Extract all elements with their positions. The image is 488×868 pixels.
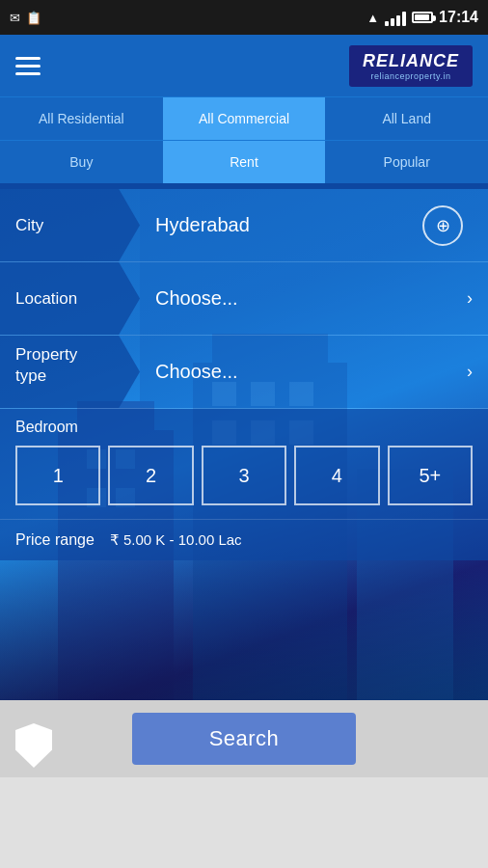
menu-button[interactable] [15, 57, 41, 75]
tab-all-residential[interactable]: All Residential [0, 97, 163, 140]
city-value[interactable]: Hyderabad [140, 189, 407, 261]
status-bar: ✉ 📋 ▲ 17:14 [0, 0, 488, 35]
bedroom-btn-3[interactable]: 3 [202, 446, 286, 505]
bedroom-buttons: 1 2 3 4 5+ [15, 446, 473, 505]
action-tabs: Buy Rent Popular [0, 140, 488, 183]
location-arrow[interactable]: › [451, 262, 488, 335]
tab-all-land[interactable]: All Land [325, 97, 488, 140]
tab-popular[interactable]: Popular [325, 141, 488, 183]
bedroom-label: Bedroom [15, 419, 473, 436]
location-filter-row: Location Choose... › [0, 262, 488, 336]
property-type-value[interactable]: Choose... [140, 336, 451, 408]
search-button[interactable]: Search [132, 713, 357, 765]
price-range-label: Price range [15, 531, 95, 549]
logo-sub: relianceproperty.in [363, 71, 459, 81]
status-icons-right: ▲ 17:14 [366, 9, 478, 26]
city-label: City [0, 189, 140, 261]
tab-rent[interactable]: Rent [163, 141, 326, 183]
logo: reLIANce relianceproperty.in [349, 45, 473, 87]
tab-all-commercial[interactable]: All Commercial [163, 97, 326, 140]
gps-icon[interactable]: ⊕ [422, 205, 463, 246]
shield-icon [15, 723, 52, 768]
main-content: City Hyderabad ⊕ Location Choose... › Pr… [0, 189, 488, 700]
bottom-bar: Search [0, 700, 488, 777]
signal-icon [385, 9, 406, 26]
filter-section: City Hyderabad ⊕ Location Choose... › Pr… [0, 189, 488, 560]
property-type-label: Property type [0, 336, 140, 408]
notification-icon: 📋 [26, 11, 41, 25]
bedroom-btn-2[interactable]: 2 [108, 446, 193, 505]
bedroom-btn-1[interactable]: 1 [15, 446, 100, 505]
city-location-icon[interactable]: ⊕ [407, 189, 488, 261]
city-filter-row: City Hyderabad ⊕ [0, 189, 488, 262]
gmail-icon: ✉ [10, 11, 20, 25]
location-label: Location [0, 262, 140, 335]
bedroom-btn-4[interactable]: 4 [294, 446, 379, 505]
status-icons-left: ✉ 📋 [10, 11, 41, 25]
price-range-value: ₹ 5.00 K - 10.00 Lac [110, 531, 242, 549]
price-range-row: Price range ₹ 5.00 K - 10.00 Lac [0, 519, 488, 560]
logo-text: reLIANce [363, 51, 459, 71]
header: reLIANce relianceproperty.in [0, 35, 488, 96]
tab-buy[interactable]: Buy [0, 141, 163, 183]
property-type-tabs: All Residential All Commercial All Land [0, 96, 488, 140]
battery-icon [412, 12, 433, 23]
bedroom-btn-5plus[interactable]: 5+ [388, 446, 473, 505]
bedroom-section: Bedroom 1 2 3 4 5+ [0, 409, 488, 519]
location-value[interactable]: Choose... [140, 262, 451, 335]
wifi-icon: ▲ [366, 11, 379, 25]
status-time: 17:14 [439, 9, 478, 26]
property-type-arrow[interactable]: › [451, 336, 488, 408]
property-type-filter-row: Property type Choose... › [0, 336, 488, 409]
